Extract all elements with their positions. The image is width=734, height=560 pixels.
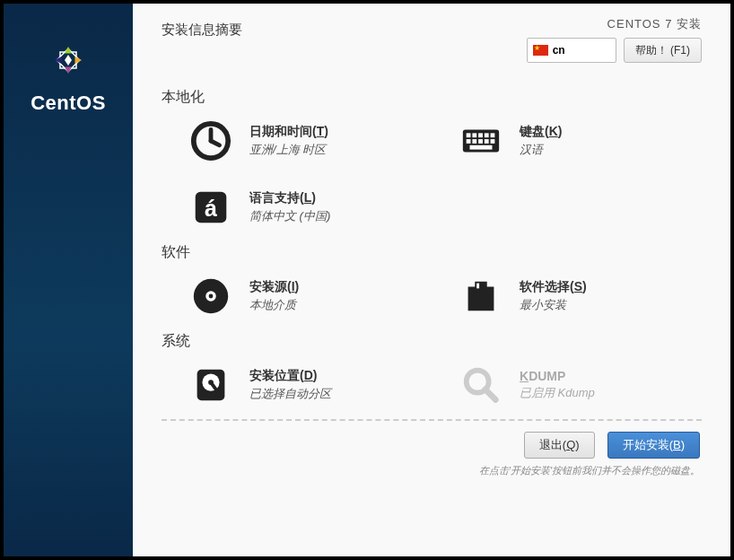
page-title: 安装信息摘要 bbox=[162, 22, 242, 39]
top-controls: cn 帮助！ (F1) bbox=[527, 38, 702, 63]
top-right: CENTOS 7 安装 cn 帮助！ (F1) bbox=[527, 16, 702, 63]
keyboard-icon bbox=[459, 118, 503, 163]
spoke-subtitle: 亚洲/上海 时区 bbox=[249, 142, 328, 158]
spoke-destination[interactable]: 安装位置(D)已选择自动分区 bbox=[188, 360, 432, 410]
footer-hint: 在点击'开始安装'按钮前我们并不会操作您的磁盘。 bbox=[479, 464, 700, 477]
spoke-source[interactable]: 安装源(I)本地介质 bbox=[188, 271, 432, 321]
divider bbox=[162, 419, 702, 421]
spoke-subtitle: 已启用 Kdump bbox=[520, 385, 595, 401]
spoke-grid: 日期和时间(T)亚洲/上海 时区键盘(K)汉语语言支持(L)简体中文 (中国) bbox=[188, 116, 702, 232]
sidebar: CentOS bbox=[4, 4, 133, 556]
spoke-title: 安装位置(D) bbox=[249, 368, 331, 384]
spoke-language[interactable]: 语言支持(L)简体中文 (中国) bbox=[188, 182, 432, 232]
disc-icon bbox=[188, 274, 233, 319]
centos-logo-icon bbox=[46, 38, 91, 83]
spoke-title: KDUMP bbox=[520, 369, 595, 383]
spoke-title: 软件选择(S) bbox=[520, 279, 587, 295]
category-header: 系统 bbox=[162, 332, 702, 351]
clock-icon bbox=[188, 118, 233, 163]
button-row: 退出(Q)开始安装(B) bbox=[524, 432, 700, 459]
spoke-title: 键盘(K) bbox=[520, 124, 562, 140]
category-header: 软件 bbox=[162, 243, 702, 262]
spoke-text: 安装位置(D)已选择自动分区 bbox=[249, 368, 331, 402]
quit-button[interactable]: 退出(Q) bbox=[524, 432, 595, 459]
category-header: 本地化 bbox=[162, 88, 702, 107]
spoke-title: 日期和时间(T) bbox=[249, 124, 328, 140]
brand-label: CentOS bbox=[31, 92, 106, 115]
installer-window: CentOS 安装信息摘要 CENTOS 7 安装 cn 帮助！ (F1) 本地… bbox=[4, 4, 730, 556]
spoke-subtitle: 最小安装 bbox=[520, 297, 587, 313]
hdd-icon bbox=[188, 363, 233, 407]
search-icon bbox=[459, 363, 503, 407]
help-button[interactable]: 帮助！ (F1) bbox=[624, 38, 702, 63]
svg-marker-2 bbox=[65, 55, 72, 66]
lang-code: cn bbox=[553, 44, 565, 57]
spoke-text: 键盘(K)汉语 bbox=[520, 124, 562, 158]
spoke-text: 语言支持(L)简体中文 (中国) bbox=[249, 190, 330, 224]
spoke-subtitle: 本地介质 bbox=[249, 297, 299, 313]
footer: 退出(Q)开始安装(B)在点击'开始安装'按钮前我们并不会操作您的磁盘。 bbox=[162, 432, 702, 477]
spoke-text: 日期和时间(T)亚洲/上海 时区 bbox=[249, 124, 328, 158]
spoke-keyboard[interactable]: 键盘(K)汉语 bbox=[459, 116, 702, 166]
spoke-subtitle: 简体中文 (中国) bbox=[249, 208, 330, 224]
spoke-text: 软件选择(S)最小安装 bbox=[520, 279, 587, 313]
language-indicator[interactable]: cn bbox=[527, 38, 616, 63]
content: 本地化日期和时间(T)亚洲/上海 时区键盘(K)汉语语言支持(L)简体中文 (中… bbox=[133, 70, 730, 556]
begin-install-button[interactable]: 开始安装(B) bbox=[607, 432, 700, 459]
spoke-text: KDUMP已启用 Kdump bbox=[520, 369, 595, 401]
flag-icon bbox=[533, 45, 548, 56]
spoke-text: 安装源(I)本地介质 bbox=[249, 279, 299, 313]
install-label: CENTOS 7 安装 bbox=[607, 16, 702, 32]
spoke-subtitle: 汉语 bbox=[520, 142, 562, 158]
spoke-subtitle: 已选择自动分区 bbox=[249, 386, 331, 402]
package-icon bbox=[459, 274, 503, 319]
spoke-software[interactable]: 软件选择(S)最小安装 bbox=[459, 271, 702, 321]
topbar: 安装信息摘要 CENTOS 7 安装 cn 帮助！ (F1) bbox=[133, 4, 730, 70]
spoke-grid: 安装位置(D)已选择自动分区KDUMP已启用 Kdump bbox=[188, 360, 702, 410]
language-icon bbox=[188, 185, 233, 230]
spoke-grid: 安装源(I)本地介质软件选择(S)最小安装 bbox=[188, 271, 702, 321]
spoke-title: 安装源(I) bbox=[249, 279, 299, 295]
spoke-datetime[interactable]: 日期和时间(T)亚洲/上海 时区 bbox=[188, 116, 432, 166]
spoke-kdump: KDUMP已启用 Kdump bbox=[459, 360, 702, 410]
spoke-title: 语言支持(L) bbox=[249, 190, 330, 206]
main-panel: 安装信息摘要 CENTOS 7 安装 cn 帮助！ (F1) 本地化日期和时间(… bbox=[133, 4, 730, 556]
